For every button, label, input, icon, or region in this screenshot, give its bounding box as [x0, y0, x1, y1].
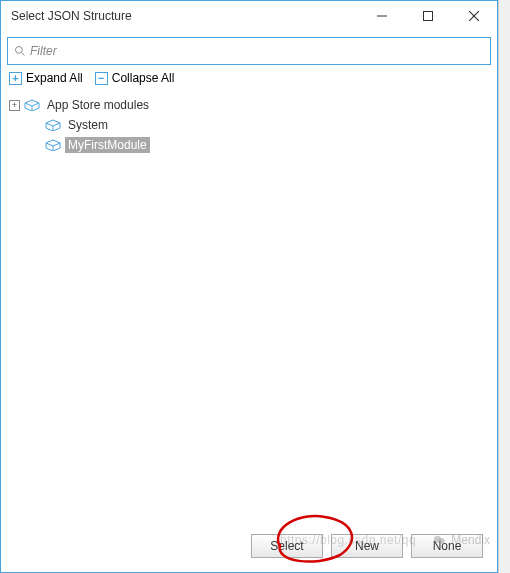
none-button[interactable]: None [411, 534, 483, 558]
tree-item-system[interactable]: System [7, 115, 491, 135]
filter-container [7, 37, 491, 65]
window-controls [359, 1, 497, 31]
svg-line-5 [22, 53, 25, 56]
window-title: Select JSON Structure [11, 9, 132, 23]
tree-item-label: App Store modules [44, 97, 152, 113]
expand-all-label: Expand All [26, 71, 83, 85]
select-button[interactable]: Select [251, 534, 323, 558]
minus-square-icon: − [95, 72, 108, 85]
maximize-button[interactable] [405, 1, 451, 31]
svg-rect-1 [424, 12, 433, 21]
tree-item-label: MyFirstModule [65, 137, 150, 153]
filter-input[interactable] [30, 44, 484, 58]
new-button[interactable]: New [331, 534, 403, 558]
background-window-edge [498, 0, 510, 573]
svg-point-4 [16, 47, 23, 54]
tree-toolbar: + Expand All − Collapse All [7, 65, 491, 91]
minimize-icon [377, 11, 387, 21]
tree-item-myfirstmodule[interactable]: MyFirstModule [7, 135, 491, 155]
new-button-label: New [355, 539, 379, 553]
collapse-all-label: Collapse All [112, 71, 175, 85]
minimize-button[interactable] [359, 1, 405, 31]
dialog-content: + Expand All − Collapse All + App Store … [1, 31, 497, 572]
dialog-footer: Select New None [7, 526, 491, 566]
close-icon [469, 11, 479, 21]
tree-item-app-store-modules[interactable]: + App Store modules [7, 95, 491, 115]
expand-toggle-icon[interactable]: + [9, 100, 20, 111]
none-button-label: None [433, 539, 462, 553]
package-icon [45, 119, 61, 131]
search-icon [14, 45, 26, 57]
select-button-label: Select [270, 539, 303, 553]
expand-all-button[interactable]: + Expand All [9, 71, 83, 85]
titlebar: Select JSON Structure [1, 1, 497, 31]
collapse-all-button[interactable]: − Collapse All [95, 71, 175, 85]
dialog-window: Select JSON Structure + Expand All − [0, 0, 498, 573]
package-icon [45, 139, 61, 151]
module-tree: + App Store modules System MyFirstModule [7, 91, 491, 526]
close-button[interactable] [451, 1, 497, 31]
package-icon [24, 99, 40, 111]
maximize-icon [423, 11, 433, 21]
tree-item-label: System [65, 117, 111, 133]
plus-square-icon: + [9, 72, 22, 85]
